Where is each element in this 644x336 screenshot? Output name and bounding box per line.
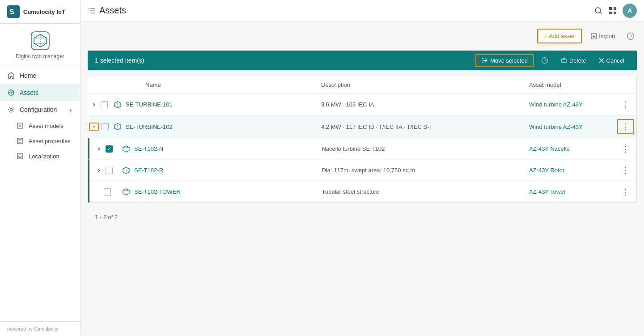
table-row: SE-T102-TOWER Tubular steel structure AZ… [88, 181, 636, 203]
svg-line-11 [600, 12, 602, 14]
more-actions-button[interactable]: ⋮ [617, 119, 634, 134]
pagination: 1 - 2 of 2 [88, 208, 637, 226]
delete-button[interactable]: Delete [555, 55, 592, 66]
localization-icon: AZ [16, 152, 24, 160]
asset-name-link[interactable]: SE-TURBINE-101 [126, 101, 173, 108]
sidebar-item-asset-properties[interactable]: Asset properties [0, 133, 80, 149]
pagination-text: 1 - 2 of 2 [95, 214, 118, 221]
row-model-cell: AZ-43Y Rotor [525, 163, 615, 177]
table-row: SE-TURBINE-101 3.6 MW · 105 IEC IA Wind … [88, 94, 636, 115]
home-icon [7, 72, 15, 80]
expand-button[interactable] [89, 123, 99, 131]
row-expand-cell [88, 101, 110, 109]
move-selected-label: Move selected [490, 57, 528, 64]
list-icon [88, 7, 96, 15]
sidebar-item-home[interactable]: Home [0, 67, 80, 84]
add-asset-button[interactable]: + Add asset [537, 29, 582, 43]
row-expand-cell [89, 166, 111, 174]
th-expand [88, 80, 110, 90]
svg-text:?: ? [630, 34, 632, 39]
row-expand-cell [89, 145, 111, 153]
more-actions-button[interactable]: ⋮ [618, 142, 633, 156]
asset-name-link[interactable]: SE-T102-TOWER [134, 188, 181, 195]
asset-model-link[interactable]: Wind turbine AZ-43Y [529, 101, 583, 108]
svg-point-6 [19, 125, 21, 127]
row-desc-cell: Nacelle turbine SE T102 [318, 142, 526, 156]
svg-rect-13 [614, 7, 616, 10]
row-name-cell: SE-TURBINE-101 [110, 97, 318, 113]
sidebar-item-localization[interactable]: AZ Localization [0, 149, 80, 164]
grid-icon[interactable] [608, 6, 617, 15]
sidebar-header: S Cumulocity IoT [0, 0, 80, 24]
asset-name-link[interactable]: SE-TURBINE-102 [126, 123, 173, 130]
table-row: SE-T102-N Nacelle turbine SE T102 AZ-43Y… [88, 138, 636, 160]
svg-rect-15 [614, 12, 616, 14]
asset-model-link[interactable]: Wind turbine AZ-43Y [529, 123, 583, 130]
topbar-actions: A [594, 4, 637, 18]
asset-name-link[interactable]: SE-T102-R [134, 167, 163, 174]
delete-label: Delete [569, 57, 586, 64]
add-asset-toolbar: + Add asset Import ? [88, 29, 637, 43]
sidebar-item-configuration[interactable]: Configuration ▲ [0, 101, 80, 118]
topbar-title-area: Assets [88, 5, 590, 16]
digital-twin-icon [30, 31, 50, 51]
asset-name-link[interactable]: SE-T102-N [134, 145, 163, 152]
svg-text:S: S [9, 8, 14, 16]
row-checkbox[interactable] [104, 188, 111, 196]
row-actions-cell: ⋮ [615, 160, 636, 181]
svg-point-10 [595, 8, 601, 13]
th-description: Description [318, 80, 525, 90]
selection-text: 1 selected item(s). [95, 57, 146, 64]
row-name-cell: SE-T102-TOWER [111, 184, 318, 200]
row-name-cell: SE-T102-R [111, 162, 318, 179]
row-actions-cell: ⋮ [615, 139, 636, 159]
row-desc-cell: Dia: 117m, swept area: 10,750 sq.m [318, 163, 526, 177]
import-button[interactable]: Import [586, 30, 620, 43]
search-icon[interactable] [594, 6, 603, 15]
more-actions-button[interactable]: ⋮ [618, 185, 633, 199]
row-model-cell: AZ-43Y Nacelle [525, 142, 615, 156]
row-actions-cell: ⋮ [615, 182, 636, 202]
row-checkbox[interactable] [102, 123, 109, 130]
row-checkbox[interactable] [101, 101, 108, 108]
cancel-button[interactable]: Cancel [593, 55, 630, 66]
asset-models-icon [16, 122, 24, 130]
more-actions-button[interactable]: ⋮ [618, 98, 633, 111]
row-actions-cell: ⋮ [615, 115, 636, 138]
table-row: SE-T102-R Dia: 117m, swept area: 10,750 … [88, 160, 636, 181]
selection-help-button[interactable]: ? [536, 55, 554, 66]
asset-cube-icon [122, 187, 131, 196]
assets-table: Name Description Asset model SE-TUR [88, 76, 637, 203]
row-name-cell: SE-TURBINE-102 [110, 119, 318, 135]
cancel-label: Cancel [606, 57, 624, 64]
asset-model-link[interactable]: AZ-43Y Tower [529, 188, 566, 195]
row-desc-cell: 3.6 MW · 105 IEC IA [318, 98, 525, 111]
sidebar-item-assets-label: Assets [20, 89, 38, 96]
move-selected-button[interactable]: Move selected [475, 54, 534, 67]
svg-rect-14 [609, 12, 612, 14]
help-button[interactable]: ? [624, 30, 637, 43]
expand-button[interactable] [95, 166, 103, 174]
row-model-cell: Wind turbine AZ-43Y [525, 98, 615, 111]
sidebar-item-assets[interactable]: Assets [0, 84, 80, 101]
row-desc-cell: 4.2 MW · 117 IEC IB · T/IEC IIA · T/IEC … [318, 120, 525, 134]
asset-model-link[interactable]: AZ-43Y Rotor [529, 167, 564, 174]
asset-model-link[interactable]: AZ-43Y Nacelle [529, 145, 570, 152]
powered-by-label: powered by Cumulocity [7, 326, 58, 332]
sidebar-item-asset-models[interactable]: Asset models [0, 118, 80, 133]
digital-twin-label: Digital twin manager [16, 53, 64, 60]
row-expand-cell [88, 123, 110, 131]
expand-button[interactable] [95, 145, 103, 153]
more-actions-button[interactable]: ⋮ [618, 164, 633, 177]
avatar[interactable]: A [623, 4, 637, 18]
sidebar-item-localization-label: Localization [29, 153, 59, 160]
selection-actions: Move selected ? Delete Cancel [475, 54, 630, 67]
row-expand-cell [89, 188, 111, 196]
cumulocity-logo-icon: S [7, 5, 20, 18]
expand-button[interactable] [90, 101, 98, 109]
topbar: Assets A [80, 0, 644, 21]
main-content: Assets A + Add asset Import ? 1 [80, 0, 644, 336]
import-label: Import [599, 33, 615, 39]
digital-twin-section: Digital twin manager [0, 24, 80, 67]
svg-point-4 [10, 109, 13, 111]
